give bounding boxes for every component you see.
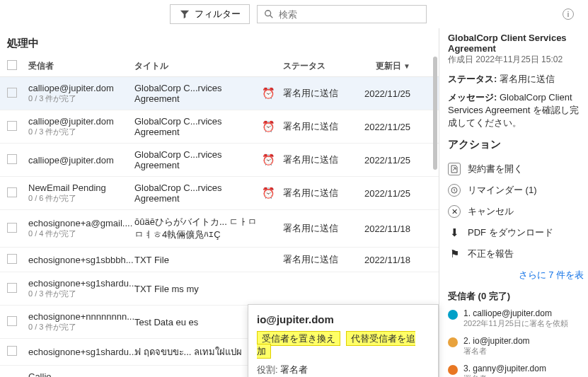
flag-icon: ⚑ bbox=[448, 248, 461, 260]
scrollbar-thumb[interactable] bbox=[433, 57, 437, 170]
action-reminder[interactable]: リマインダー (1) bbox=[448, 180, 584, 201]
status-cell: 署名用に送信 bbox=[283, 187, 354, 199]
table-row[interactable]: calliope@jupiter.domGlobalCorp C...rvice… bbox=[0, 144, 439, 177]
document-title: GlobalCorp Client Services Agreement bbox=[448, 33, 584, 54]
table-row[interactable]: calliope@jupiter.dom0 / 3 件が完了GlobalCorp… bbox=[0, 110, 439, 144]
sender-sub: 0 / 3 件が完了 bbox=[28, 289, 134, 299]
row-checkbox[interactable] bbox=[7, 346, 17, 356]
row-checkbox[interactable] bbox=[7, 223, 17, 233]
row-checkbox[interactable] bbox=[7, 316, 17, 326]
row-checkbox[interactable] bbox=[7, 88, 17, 98]
recipient-status-dot bbox=[448, 337, 458, 347]
filter-label: フィルター bbox=[195, 8, 241, 21]
sender-sub: 0 / 3 件が完了 bbox=[28, 93, 134, 104]
status-cell: 署名用に送信 bbox=[283, 87, 354, 100]
title-cell: GlobalCorp C...rvices Agreement bbox=[134, 149, 262, 170]
recipient-item[interactable]: 1. calliope@jupiter.dom2022年11月25日に署名を依頼 bbox=[448, 308, 584, 329]
sender: calliope@jupiter.dom bbox=[28, 83, 134, 93]
recipient-item[interactable]: 2. io@jupiter.dom署名者 bbox=[448, 336, 584, 356]
table-header: 受信者 タイトル ステータス 更新日 ▼ bbox=[0, 56, 439, 77]
download-icon: ⬇ bbox=[448, 226, 461, 239]
action-report-abuse[interactable]: ⚑ 不正を報告 bbox=[448, 243, 584, 265]
row-checkbox[interactable] bbox=[7, 187, 17, 197]
sender-sub: 0 / 3 件が完了 bbox=[28, 322, 134, 332]
recipient-item[interactable]: 3. ganny@jupiter.dom署名者 bbox=[448, 364, 584, 377]
date-cell: 2022/11/25 bbox=[354, 122, 410, 132]
svg-point-0 bbox=[265, 11, 271, 16]
table-row[interactable]: echosignone+sg1sbbbh...TXT File署名用に送信202… bbox=[0, 248, 439, 272]
date-cell: 2022/11/25 bbox=[354, 188, 410, 199]
recipient-label: 2. io@jupiter.dom bbox=[463, 336, 530, 346]
col-sender[interactable]: 受信者 bbox=[28, 60, 134, 72]
sender-sub: 0 / 3 件が完了 bbox=[28, 127, 134, 137]
title-cell: Test Data eu es bbox=[134, 317, 262, 327]
col-date[interactable]: 更新日 ▼ bbox=[354, 60, 410, 72]
recipient-status-dot bbox=[448, 310, 458, 320]
title-cell: TXT File ms my bbox=[134, 284, 262, 294]
row-checkbox[interactable] bbox=[7, 154, 17, 164]
sender: calliope@jupiter.dom bbox=[28, 155, 134, 166]
message-row: メッセージ: GlobalCorp Client Services Agreem… bbox=[448, 91, 584, 129]
date-cell: 2022/11/25 bbox=[354, 88, 410, 99]
row-checkbox[interactable] bbox=[7, 254, 17, 264]
actions-heading: アクション bbox=[448, 138, 584, 151]
cancel-icon: ✕ bbox=[448, 205, 461, 218]
popover-heading: io@jupiter.dom bbox=[257, 313, 430, 325]
table-row[interactable]: calliope@jupiter.dom0 / 3 件が完了GlobalCorp… bbox=[0, 77, 439, 110]
created-meta: 作成日 2022年11月25日 15:02 bbox=[448, 54, 584, 66]
filter-icon bbox=[179, 8, 190, 20]
sender: NewEmail Pending bbox=[28, 182, 134, 193]
table-row[interactable]: echosignone+a@gmail....0 / 4 件が完了ōûäēひらが… bbox=[0, 210, 439, 248]
action-open-agreement[interactable]: 契約書を開く bbox=[448, 158, 584, 180]
select-all-checkbox[interactable] bbox=[7, 60, 17, 70]
status-cell: 署名用に送信 bbox=[283, 222, 354, 235]
col-title[interactable]: タイトル bbox=[134, 60, 262, 72]
search-input[interactable] bbox=[279, 9, 420, 20]
table-row[interactable]: echosignone+sg1shardu...0 / 3 件が完了TXT Fi… bbox=[0, 272, 439, 306]
status-cell: 署名用に送信 bbox=[283, 153, 354, 166]
action-download-pdf[interactable]: ⬇ PDF をダウンロード bbox=[448, 222, 584, 243]
reminder-clock-icon: ⏰ bbox=[262, 87, 275, 99]
reminder-clock-icon: ⏰ bbox=[262, 120, 275, 132]
section-heading: 処理中 bbox=[0, 28, 439, 56]
recipient-sub: 署名者 bbox=[463, 346, 530, 356]
toolbar: フィルター i bbox=[0, 0, 588, 28]
recipients-heading: 受信者 (0 完了) bbox=[448, 290, 584, 303]
recipient-status-dot bbox=[448, 365, 458, 375]
row-checkbox[interactable] bbox=[7, 283, 17, 293]
open-icon bbox=[448, 163, 461, 175]
svg-line-1 bbox=[270, 16, 273, 18]
sender: Callie bbox=[28, 371, 134, 377]
title-cell: GlobalCorp C...rvices Agreement bbox=[134, 83, 262, 104]
role-label: 役割: bbox=[257, 364, 278, 375]
search-icon bbox=[263, 8, 275, 20]
recipient-sub: 署名者 bbox=[463, 373, 546, 377]
sender: echosignone+sg1shardu... bbox=[28, 278, 134, 289]
status-cell: 署名用に送信 bbox=[283, 120, 354, 133]
reminder-icon bbox=[448, 184, 461, 197]
sender: echosignone+a@gmail.... bbox=[28, 218, 134, 228]
info-icon[interactable]: i bbox=[563, 8, 574, 20]
filter-button[interactable]: フィルター bbox=[170, 4, 250, 24]
sender-sub: 0 / 4 件が完了 bbox=[28, 228, 134, 239]
status-row: ステータス: 署名用に送信 bbox=[448, 73, 584, 86]
row-checkbox[interactable] bbox=[7, 121, 17, 131]
sender: echosignone+sg1shardu... bbox=[28, 347, 134, 357]
recipient-sub: 2022年11月25日に署名を依頼 bbox=[463, 318, 568, 329]
sender: echosignone+sg1sbbbh... bbox=[28, 255, 134, 265]
search-box[interactable] bbox=[257, 5, 427, 23]
status-cell: 署名用に送信 bbox=[283, 253, 354, 266]
title-cell: GlobalCorp C...rvices Agreement bbox=[134, 116, 262, 137]
agreement-list-pane: 処理中 受信者 タイトル ステータス 更新日 ▼ calliope@jupite… bbox=[0, 28, 439, 377]
recipient-label: 3. ganny@jupiter.dom bbox=[463, 364, 546, 373]
action-cancel[interactable]: ✕ キャンセル bbox=[448, 201, 584, 222]
sender-sub: 0 / 6 件が完了 bbox=[28, 193, 134, 204]
sender: echosignone+nnnnnnnn... bbox=[28, 311, 134, 322]
recipient-label: 1. calliope@jupiter.dom bbox=[463, 308, 568, 318]
show-more-link[interactable]: さらに 7 件を表 bbox=[448, 269, 584, 282]
date-cell: 2022/11/25 bbox=[354, 155, 410, 166]
col-status[interactable]: ステータス bbox=[283, 60, 354, 72]
table-row[interactable]: NewEmail Pending0 / 6 件が完了GlobalCrop C..… bbox=[0, 177, 439, 210]
details-panel: GlobalCorp Client Services Agreement 作成日… bbox=[439, 28, 588, 377]
title-cell: TXT File bbox=[134, 255, 262, 265]
